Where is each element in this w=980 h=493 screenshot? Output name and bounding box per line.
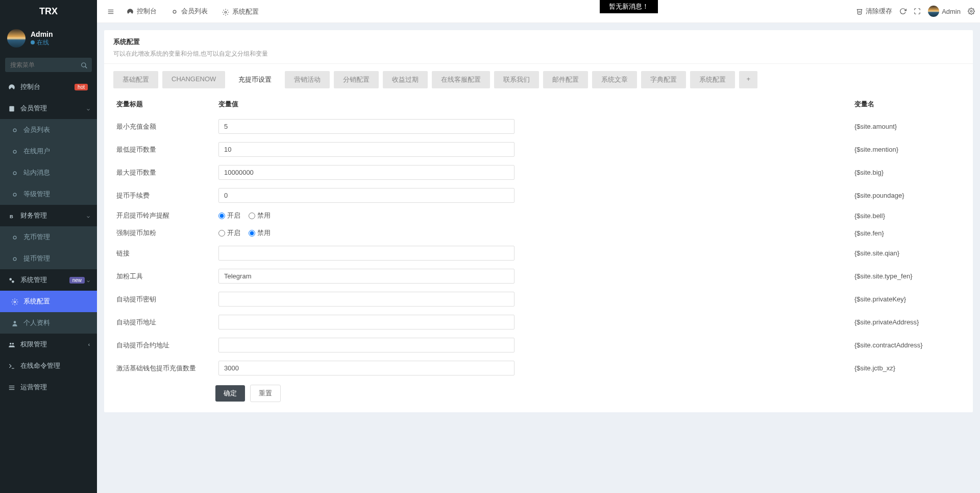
expand-icon — [914, 8, 921, 15]
config-row-6: 链接{$site.site.qian} — [113, 242, 964, 265]
svg-point-5 — [13, 172, 16, 175]
bitcoin-icon: B — [7, 212, 16, 220]
top-tab-0[interactable]: 控制台 — [119, 0, 164, 22]
sidebar-item-5[interactable]: 等级管理 — [0, 183, 97, 205]
config-tab-2[interactable]: 充提币设置 — [229, 71, 281, 88]
radio-option[interactable]: 禁用 — [249, 229, 271, 237]
trash-icon — [856, 8, 863, 15]
config-tab-11[interactable]: 系统配置 — [690, 71, 735, 88]
value-input[interactable] — [218, 119, 514, 134]
sidebar-item-4[interactable]: 站内消息 — [0, 162, 97, 183]
cogs-icon — [968, 8, 975, 15]
sidebar-item-13[interactable]: 在线命令管理 — [0, 355, 97, 377]
config-tab-add[interactable]: + — [739, 71, 757, 88]
circle-icon — [10, 190, 19, 198]
value-input[interactable] — [218, 361, 514, 375]
content: 系统配置 可以在此增改系统的变量和分组,也可以自定义分组和变量 基础配置CHAN… — [97, 23, 980, 493]
chevron-down-icon: ⌵ — [87, 213, 90, 219]
top-tab-1[interactable]: 会员列表 — [164, 0, 215, 22]
sidebar-item-label: 系统管理 — [20, 275, 69, 285]
config-tab-1[interactable]: CHANGENOW — [162, 71, 225, 88]
config-tab-10[interactable]: 字典配置 — [641, 71, 686, 88]
config-panel: 系统配置 可以在此增改系统的变量和分组,也可以自定义分组和变量 基础配置CHAN… — [104, 30, 973, 412]
value-input[interactable] — [218, 269, 514, 284]
sidebar-item-10[interactable]: 系统配置 — [0, 291, 97, 312]
col-header-value: 变量值 — [215, 93, 851, 115]
value-input[interactable] — [218, 165, 514, 180]
col-header-name: 变量名 — [851, 93, 964, 115]
cogs-icon — [7, 276, 16, 284]
config-tab-9[interactable]: 系统文章 — [592, 71, 637, 88]
sidebar-item-8[interactable]: 提币管理 — [0, 248, 97, 269]
sidebar-item-11[interactable]: 个人资料 — [0, 312, 97, 334]
row-title: 自动提币密钥 — [113, 288, 215, 311]
row-varname: {$site.site.qian} — [851, 242, 964, 265]
row-varname: {$site.fen} — [851, 224, 964, 242]
sidebar-item-14[interactable]: 运营管理 — [0, 377, 97, 398]
config-row-10: 自动提币合约地址{$site.contractAddress} — [113, 334, 964, 357]
clear-cache-button[interactable]: 清除缓存 — [856, 7, 892, 16]
value-input[interactable] — [218, 338, 514, 353]
sidebar-item-0[interactable]: 控制台hot — [0, 76, 97, 98]
sidebar-item-2[interactable]: 会员列表 — [0, 119, 97, 140]
svg-point-24 — [225, 11, 227, 13]
avatar-icon — [928, 6, 939, 17]
sidebar-toggle-button[interactable] — [102, 7, 119, 15]
radio-option[interactable]: 开启 — [218, 212, 240, 219]
circle-icon — [10, 233, 19, 241]
config-tab-4[interactable]: 分销配置 — [334, 71, 379, 88]
radio-option[interactable]: 禁用 — [249, 212, 271, 219]
fullscreen-button[interactable] — [914, 8, 921, 15]
sidebar-item-7[interactable]: 充币管理 — [0, 226, 97, 248]
row-title: 最大提币数量 — [113, 161, 215, 184]
sidebar-item-12[interactable]: 权限管理‹ — [0, 334, 97, 355]
radio-group: 开启禁用 — [218, 228, 848, 238]
value-input[interactable] — [218, 315, 514, 330]
search-icon[interactable] — [81, 61, 88, 69]
config-tab-3[interactable]: 营销活动 — [285, 71, 330, 88]
config-tab-7[interactable]: 联系我们 — [494, 71, 539, 88]
radio-option[interactable]: 开启 — [218, 229, 240, 237]
value-input[interactable] — [218, 292, 514, 307]
value-input[interactable] — [218, 246, 514, 261]
svg-point-3 — [13, 129, 16, 132]
sidebar-item-9[interactable]: 系统管理new⌵ — [0, 269, 97, 291]
topbar-user[interactable]: Admin — [928, 6, 961, 17]
topbar: 控制台会员列表系统配置 暂无新消息！ 清除缓存 Admin — [97, 0, 980, 23]
svg-point-14 — [10, 343, 12, 345]
sidebar-item-label: 个人资料 — [23, 318, 90, 327]
config-row-7: 加粉工具{$site.site.type_fen} — [113, 265, 964, 288]
reset-button[interactable]: 重置 — [250, 385, 281, 402]
radio-input[interactable] — [218, 230, 225, 237]
value-input[interactable] — [218, 188, 514, 203]
value-input[interactable] — [218, 142, 514, 157]
top-tab-2[interactable]: 系统配置 — [215, 0, 266, 22]
submit-button[interactable]: 确定 — [215, 385, 245, 402]
radio-input[interactable] — [218, 213, 225, 219]
sidebar-item-label: 站内消息 — [23, 168, 90, 177]
config-row-5: 强制提币加粉开启禁用{$site.fen} — [113, 224, 964, 242]
radio-input[interactable] — [249, 230, 255, 237]
svg-point-13 — [14, 321, 16, 323]
sidebar-item-3[interactable]: 在线用户 — [0, 140, 97, 162]
row-varname: {$site.privateKey} — [851, 288, 964, 311]
config-tab-6[interactable]: 在线客服配置 — [432, 71, 490, 88]
row-title: 链接 — [113, 242, 215, 265]
radio-input[interactable] — [249, 213, 255, 219]
config-tab-5[interactable]: 收益过期 — [383, 71, 428, 88]
sidebar-item-1[interactable]: 会员管理⌵ — [0, 98, 97, 119]
config-row-0: 最小充值金额{$site.amount} — [113, 115, 964, 138]
svg-rect-2 — [9, 106, 14, 112]
search-input[interactable] — [5, 58, 92, 72]
svg-point-15 — [12, 343, 14, 345]
cog-icon — [10, 297, 19, 306]
config-tab-8[interactable]: 邮件配置 — [543, 71, 588, 88]
plus-icon: + — [746, 75, 750, 83]
users-icon — [7, 104, 16, 112]
bars-icon — [7, 383, 16, 391]
chevron-down-icon: ⌵ — [87, 277, 90, 283]
sidebar-item-6[interactable]: B财务管理⌵ — [0, 205, 97, 226]
refresh-button[interactable] — [899, 8, 906, 15]
config-tab-0[interactable]: 基础配置 — [113, 71, 158, 88]
settings-button[interactable] — [968, 8, 975, 15]
